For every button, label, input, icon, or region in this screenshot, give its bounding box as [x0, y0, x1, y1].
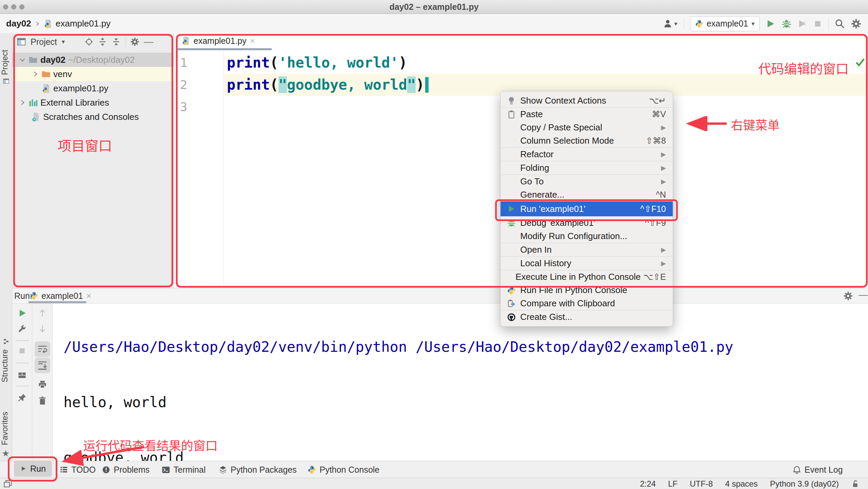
- run-settings-gear-icon[interactable]: [844, 291, 853, 301]
- search-everywhere-icon[interactable]: [835, 19, 845, 29]
- cursor-position[interactable]: 2:24: [640, 479, 656, 489]
- tool-windows-toggle-icon[interactable]: [3, 479, 12, 488]
- collapse-all-icon[interactable]: [112, 37, 121, 46]
- chevron-down-icon: ▾: [674, 20, 677, 28]
- menu-item-generate[interactable]: Generate...^N: [501, 188, 673, 201]
- menu-item-column-selection-mode[interactable]: Column Selection Mode⇧⌘8: [501, 134, 673, 147]
- menu-item-refactor[interactable]: Refactor▶: [501, 148, 673, 161]
- stripe-structure-label[interactable]: Structure: [0, 346, 12, 385]
- stop-button[interactable]: [813, 19, 822, 28]
- rerun-button[interactable]: [18, 309, 27, 318]
- menu-item-paste[interactable]: Paste⌘V: [501, 108, 673, 121]
- run-with-coverage-button[interactable]: [798, 19, 807, 29]
- tree-label: example01.py: [53, 83, 108, 94]
- hide-panel-icon[interactable]: —: [144, 36, 153, 47]
- panel-settings-gear-icon[interactable]: [130, 37, 139, 46]
- todo-list-icon: [60, 466, 68, 474]
- menu-item-modify-run-configuration[interactable]: Modify Run Configuration...: [501, 230, 673, 243]
- menu-item-go-to[interactable]: Go To▶: [501, 175, 673, 188]
- down-stack-trace-icon[interactable]: [38, 324, 47, 333]
- project-panel: Project ▾ — day02 ~/Desktop/day02 venv e…: [12, 33, 174, 288]
- pin-tab-icon[interactable]: [18, 393, 26, 402]
- navigation-bar: day02 example01.py ▾ example01 ▾: [0, 14, 868, 33]
- menu-item-copy-paste-special[interactable]: Copy / Paste Special▶: [501, 121, 673, 134]
- code-line-1[interactable]: print('hello, world'): [224, 52, 407, 74]
- chevron-down-icon[interactable]: [19, 56, 26, 63]
- stripe-favorites-label[interactable]: Favorites: [0, 410, 12, 448]
- python-icon: [695, 20, 703, 28]
- stop-button[interactable]: [18, 347, 26, 355]
- file-encoding[interactable]: UTF-8: [690, 479, 713, 489]
- stripe-project-label[interactable]: Project: [0, 48, 12, 77]
- submenu-arrow-icon: ▶: [661, 150, 666, 158]
- settings-gear-icon[interactable]: [851, 19, 861, 29]
- event-log-button[interactable]: Event Log: [793, 461, 843, 478]
- project-window-icon: [17, 37, 26, 46]
- tab-example01[interactable]: example01.py ×: [177, 33, 260, 48]
- indent-style[interactable]: 4 spaces: [725, 479, 758, 489]
- breadcrumb-project[interactable]: day02: [6, 18, 31, 29]
- locate-file-icon[interactable]: [85, 37, 93, 46]
- menu-item-create-gist[interactable]: Create Gist...: [501, 310, 673, 324]
- expand-all-icon[interactable]: [98, 37, 107, 46]
- menu-item-run-file-in-python-console[interactable]: Run File in Python Console: [501, 284, 673, 297]
- structure-tool-window-icon[interactable]: [3, 338, 9, 344]
- run-tool-window-button[interactable]: Run: [14, 460, 52, 477]
- menu-item-local-history[interactable]: Local History▶: [501, 257, 673, 270]
- run-configuration-select[interactable]: example01 ▾: [690, 16, 760, 31]
- tree-item-day02[interactable]: day02 ~/Desktop/day02: [12, 53, 181, 67]
- run-tab-example01[interactable]: example01 ×: [30, 289, 91, 303]
- close-tab-icon[interactable]: ×: [250, 36, 255, 46]
- menu-item-compare-with-clipboard[interactable]: Compare with Clipboard: [501, 297, 673, 310]
- hide-panel-icon[interactable]: —: [858, 290, 868, 300]
- favorites-star-icon[interactable]: ★: [2, 448, 10, 459]
- python-icon: [30, 292, 38, 300]
- restore-layout-icon[interactable]: [18, 371, 26, 380]
- run-toolbar-right: [32, 304, 53, 461]
- debug-button[interactable]: [781, 19, 792, 29]
- chevron-right-icon[interactable]: [32, 71, 39, 77]
- submenu-arrow-icon: ▶: [661, 246, 666, 254]
- folder-icon: [29, 55, 38, 65]
- tree-item-scratches[interactable]: Scratches and Consoles: [12, 110, 193, 124]
- menu-item-debug-example01[interactable]: Debug 'example01'^⇧F9: [501, 216, 673, 230]
- scroll-to-end-icon: [37, 360, 48, 370]
- python-packages-tool-window-button[interactable]: Python Packages: [219, 461, 297, 478]
- terminal-tool-window-button[interactable]: Terminal: [162, 461, 205, 478]
- wrench-settings-icon[interactable]: [18, 324, 26, 333]
- code-line-2[interactable]: print("goodbye, world"): [224, 74, 429, 96]
- project-panel-title[interactable]: Project: [31, 37, 57, 47]
- tree-label: day02: [40, 55, 66, 65]
- python-console-tool-window-button[interactable]: Python Console: [308, 461, 380, 478]
- breadcrumb-file[interactable]: example01.py: [56, 18, 111, 29]
- menu-item-run-example01[interactable]: Run 'example01'^⇧F10: [501, 201, 673, 216]
- tree-item-venv[interactable]: venv: [12, 67, 194, 81]
- clear-console-trash-icon[interactable]: [38, 396, 47, 405]
- chevron-down-icon[interactable]: ▾: [62, 38, 65, 46]
- menu-item-folding[interactable]: Folding▶: [501, 161, 673, 175]
- run-panel-header: Run: example01 × —: [12, 288, 868, 304]
- github-icon: [507, 313, 516, 322]
- up-stack-trace-icon[interactable]: [38, 309, 47, 318]
- menu-item-show-context-actions[interactable]: Show Context Actions⌥↵: [501, 94, 673, 107]
- user-menu-button[interactable]: ▾: [664, 19, 677, 29]
- window-title: day02 – example01.py: [0, 0, 868, 14]
- console-command-line: /Users/Hao/Desktop/day02/venv/bin/python…: [64, 336, 733, 358]
- tree-item-external-libraries[interactable]: External Libraries: [12, 95, 181, 110]
- project-tool-window-icon[interactable]: [3, 78, 9, 84]
- soft-wrap-toggle[interactable]: [35, 341, 50, 357]
- python-interpreter[interactable]: Python 3.9 (day02): [770, 479, 839, 489]
- inspections-ok-check-icon[interactable]: [855, 57, 865, 67]
- print-icon[interactable]: [38, 380, 47, 389]
- chevron-right-icon[interactable]: [19, 99, 26, 106]
- menu-item-execute-line-in-python-console[interactable]: Execute Line in Python Console⌥⇧E: [501, 270, 673, 284]
- toolbar-separator: [684, 18, 684, 29]
- scroll-to-end-toggle[interactable]: [35, 358, 50, 373]
- run-button[interactable]: [766, 19, 775, 29]
- close-tab-icon[interactable]: ×: [86, 291, 91, 301]
- python-icon: [507, 286, 516, 295]
- compare-clipboard-icon: [507, 299, 516, 308]
- line-ending[interactable]: LF: [668, 479, 677, 489]
- unlocked-padlock-icon[interactable]: [851, 480, 859, 488]
- menu-item-open-in[interactable]: Open In▶: [501, 243, 673, 256]
